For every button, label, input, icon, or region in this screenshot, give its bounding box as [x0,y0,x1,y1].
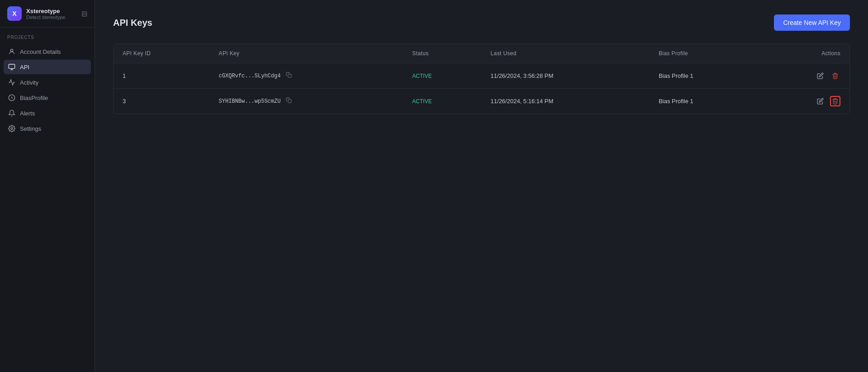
status-badge-1: ACTIVE [412,73,432,79]
actions-cell-1 [768,71,840,81]
app-logo: X [7,6,22,21]
status-badge-2: ACTIVE [412,98,432,105]
cell-api-key-2: SYHIBNBw...wp5ScmZU [210,89,403,114]
cell-api-key-id-2: 3 [114,89,210,114]
cell-status-1: ACTIVE [403,63,481,89]
api-key-value-1: cGXQRvfc...SLyhCdg4 [219,71,394,81]
sidebar-item-biasprofile-label: BiasProfile [20,95,48,101]
main-content: API Keys Create New API Key API Key ID A… [95,0,868,372]
api-keys-table: API Key ID API Key Status Last Used Bias… [114,44,849,114]
activity-icon [8,79,15,86]
table-row: 3 SYHIBNBw...wp5ScmZU [114,89,849,114]
api-icon [8,63,15,71]
col-header-api-key-id: API Key ID [114,44,210,63]
cell-api-key-1: cGXQRvfc...SLyhCdg4 [210,63,403,89]
col-header-bias-profile: Bias Profile [650,44,759,63]
col-header-api-key: API Key [210,44,403,63]
col-header-actions: Actions [759,44,849,63]
sidebar-item-alerts-label: Alerts [20,110,35,117]
table-body: 1 cGXQRvfc...SLyhCdg4 [114,63,849,114]
copy-api-key-2-button[interactable] [284,96,294,106]
edit-api-key-2-button[interactable] [815,96,825,106]
cell-actions-1 [759,63,849,89]
sidebar-item-activity[interactable]: Activity [4,75,91,90]
sidebar: X Xstereotype Detect stereotype. ⊟ Proje… [0,0,95,372]
cell-bias-profile-2: Bias Profile 1 [650,89,759,114]
cell-last-used-1: 11/26/2024, 3:56:28 PM [482,63,650,89]
copy-api-key-1-button[interactable] [284,71,294,81]
sidebar-item-settings[interactable]: Settings [4,121,91,136]
sidebar-section-label: Projects [0,28,95,43]
cell-api-key-id-1: 1 [114,63,210,89]
delete-api-key-2-button[interactable] [830,96,840,106]
page-header: API Keys Create New API Key [113,14,850,31]
edit-api-key-1-button[interactable] [815,71,825,81]
biasprofile-icon [8,94,15,101]
alerts-icon [8,110,15,117]
table-row: 1 cGXQRvfc...SLyhCdg4 [114,63,849,89]
sidebar-item-api[interactable]: API [4,60,91,74]
cell-status-2: ACTIVE [403,89,481,114]
cell-bias-profile-1: Bias Profile 1 [650,63,759,89]
app-tagline: Detect stereotype. [26,14,66,20]
api-key-value-2: SYHIBNBw...wp5ScmZU [219,96,394,106]
app-brand: Xstereotype Detect stereotype. [26,8,66,20]
svg-rect-5 [288,100,291,103]
page-title: API Keys [113,18,152,28]
actions-cell-2 [768,96,840,106]
sidebar-nav: Account Details API Activity [0,43,95,138]
sidebar-item-activity-label: Activity [20,79,38,86]
api-keys-table-container: API Key ID API Key Status Last Used Bias… [113,43,850,114]
sidebar-item-biasprofile[interactable]: BiasProfile [4,91,91,105]
table-header: API Key ID API Key Status Last Used Bias… [114,44,849,63]
svg-rect-4 [288,74,291,77]
svg-point-0 [10,49,13,52]
create-api-key-button[interactable]: Create New API Key [774,14,850,31]
cell-last-used-2: 11/26/2024, 5:16:14 PM [482,89,650,114]
main-content-area: API Keys Create New API Key API Key ID A… [95,0,868,372]
sidebar-item-settings-label: Settings [20,125,41,132]
sidebar-item-account-details-label: Account Details [20,48,61,55]
svg-point-3 [11,128,13,129]
sidebar-toggle-button[interactable]: ⊟ [81,10,87,18]
sidebar-header: X Xstereotype Detect stereotype. ⊟ [0,0,95,28]
sidebar-item-alerts[interactable]: Alerts [4,106,91,120]
app-name: Xstereotype [26,8,66,14]
account-details-icon [8,48,15,55]
table-header-row: API Key ID API Key Status Last Used Bias… [114,44,849,63]
settings-icon [8,125,15,132]
col-header-last-used: Last Used [482,44,650,63]
col-header-status: Status [403,44,481,63]
cell-actions-2 [759,89,849,114]
delete-api-key-1-button[interactable] [830,71,840,81]
svg-rect-1 [9,64,14,68]
sidebar-item-account-details[interactable]: Account Details [4,44,91,59]
sidebar-item-api-label: API [20,64,29,71]
